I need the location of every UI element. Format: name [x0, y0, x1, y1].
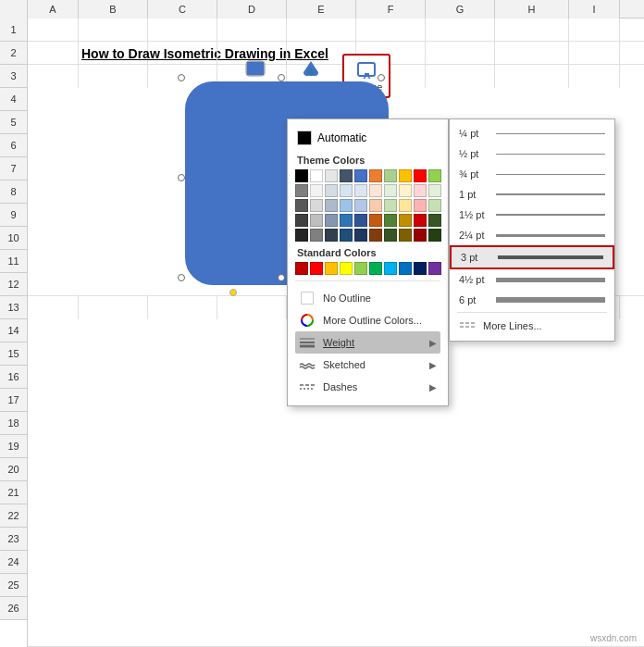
line-4half: [496, 278, 605, 282]
cell-b2[interactable]: How to Draw Isometric Drawing in Excel: [79, 42, 148, 65]
col-header-g[interactable]: G: [426, 0, 495, 19]
weight-1-pt[interactable]: 1 pt: [450, 184, 614, 205]
weight-separator: [457, 312, 607, 313]
dashes-arrow: ▶: [429, 382, 437, 392]
line-6: [496, 297, 605, 303]
sketched-item[interactable]: Sketched ▶: [295, 354, 440, 376]
row-header-19: 19: [0, 435, 27, 458]
weight-label: Weight: [323, 337, 422, 348]
weight-4half-pt[interactable]: 4½ pt: [450, 269, 614, 290]
automatic-label: Automatic: [317, 131, 366, 144]
automatic-row[interactable]: Automatic: [295, 127, 440, 149]
weight-three-quarter-pt[interactable]: ¾ pt: [450, 164, 614, 184]
col-header-h[interactable]: H: [495, 0, 569, 19]
weight-3-pt[interactable]: 3 pt: [450, 245, 614, 269]
cell-g1[interactable]: [426, 19, 495, 42]
more-colors-item[interactable]: More Outline Colors...: [295, 309, 440, 331]
handle-ml[interactable]: [178, 174, 185, 181]
cell-h2[interactable]: [495, 42, 569, 65]
weight-quarter-pt[interactable]: ¼ pt: [450, 123, 614, 143]
swatch-lightgray[interactable]: [325, 169, 338, 182]
row-header-16: 16: [0, 366, 27, 389]
line-quarter: [496, 133, 605, 134]
separator1: [295, 280, 440, 281]
row-header-13: 13: [0, 296, 27, 319]
weight-half-pt[interactable]: ½ pt: [450, 143, 614, 164]
row-header-2: 2: [0, 42, 27, 65]
color-dropdown: Automatic Theme Colors: [287, 118, 449, 406]
swatch-white[interactable]: [310, 169, 323, 182]
cell-c2[interactable]: [148, 42, 217, 65]
line-3: [498, 255, 603, 259]
column-headers: A B C D E F G H I: [0, 0, 644, 19]
dashes-label: Dashes: [323, 381, 422, 392]
col-header-i[interactable]: I: [569, 0, 620, 19]
cell-i1[interactable]: [569, 19, 620, 42]
handle-tl[interactable]: [178, 74, 185, 81]
handle-bm[interactable]: [278, 274, 285, 281]
row-header-10: 10: [0, 227, 27, 250]
cell-d1[interactable]: [217, 19, 287, 42]
sketched-icon: [299, 358, 316, 371]
line-1: [496, 193, 605, 195]
cell-f1[interactable]: [356, 19, 426, 42]
row-header-17: 17: [0, 389, 27, 412]
col-header-a[interactable]: A: [28, 0, 79, 19]
swatch-darkblue[interactable]: [340, 169, 353, 182]
row-header-26: 26: [0, 597, 27, 620]
theme-color-row1: [295, 169, 440, 182]
cell-c1[interactable]: [148, 19, 217, 42]
spreadsheet: A B C D E F G H I 1 2 3 4 5 6 7 8 9 10 1…: [0, 0, 644, 647]
row-header-6: 6: [0, 134, 27, 157]
col-header-d[interactable]: D: [217, 0, 287, 19]
swatch-green[interactable]: [428, 169, 441, 182]
row-header-4: 4: [0, 88, 27, 111]
col-header-b[interactable]: B: [79, 0, 148, 19]
dashes-icon: [299, 380, 316, 393]
row-header-18: 18: [0, 412, 27, 435]
weight-6-pt[interactable]: 6 pt: [450, 290, 614, 310]
handle-tm[interactable]: [278, 74, 285, 81]
theme-colors-label: Theme Colors: [297, 155, 439, 166]
row-header-12: 12: [0, 273, 27, 296]
corner-cell: [0, 0, 28, 19]
swatch-blue[interactable]: [354, 169, 367, 182]
swatch-orange[interactable]: [369, 169, 382, 182]
no-outline-item[interactable]: No Outline: [295, 287, 440, 309]
row-header-11: 11: [0, 250, 27, 273]
swatch-gold[interactable]: [399, 169, 412, 182]
handle-tr[interactable]: [378, 74, 385, 81]
weight-1half-pt[interactable]: 1½ pt: [450, 205, 614, 225]
yellow-handle[interactable]: [229, 289, 237, 296]
cell-i2[interactable]: [569, 42, 620, 65]
row-header-25: 25: [0, 574, 27, 597]
col-header-c[interactable]: C: [148, 0, 217, 19]
standard-color-row: [295, 262, 440, 275]
col-header-f[interactable]: F: [356, 0, 426, 19]
weight-2quarter-pt[interactable]: 2¼ pt: [450, 225, 614, 245]
cell-a2[interactable]: [28, 42, 79, 65]
theme-color-row5: [295, 229, 440, 242]
cell-g2[interactable]: [426, 42, 495, 65]
swatch-red[interactable]: [414, 169, 427, 182]
row-header-24: 24: [0, 551, 27, 574]
row-headers: 1 2 3 4 5 6 7 8 9 10 11 12 13 14 15 16 1…: [0, 19, 28, 647]
more-lines-item[interactable]: More Lines...: [450, 315, 614, 337]
handle-bl[interactable]: [178, 274, 185, 281]
row-header-15: 15: [0, 342, 27, 366]
weight-submenu: ¼ pt ½ pt ¾ pt 1 pt 1½ p: [449, 118, 615, 342]
col-header-e[interactable]: E: [287, 0, 356, 19]
cell-h1[interactable]: [495, 19, 569, 42]
weight-item[interactable]: Weight ▶: [295, 331, 440, 354]
automatic-swatch: [297, 131, 312, 145]
dashes-item[interactable]: Dashes ▶: [295, 376, 440, 398]
cell-e1[interactable]: [287, 19, 356, 42]
cell-b1[interactable]: [79, 19, 148, 42]
swatch-lightgreen[interactable]: [384, 169, 397, 182]
row-header-5: 5: [0, 111, 27, 134]
weight-arrow: ▶: [429, 338, 437, 348]
row-header-7: 7: [0, 157, 27, 180]
cell-a1[interactable]: [28, 19, 79, 42]
swatch-black[interactable]: [295, 169, 308, 182]
sketched-arrow: ▶: [429, 360, 437, 370]
